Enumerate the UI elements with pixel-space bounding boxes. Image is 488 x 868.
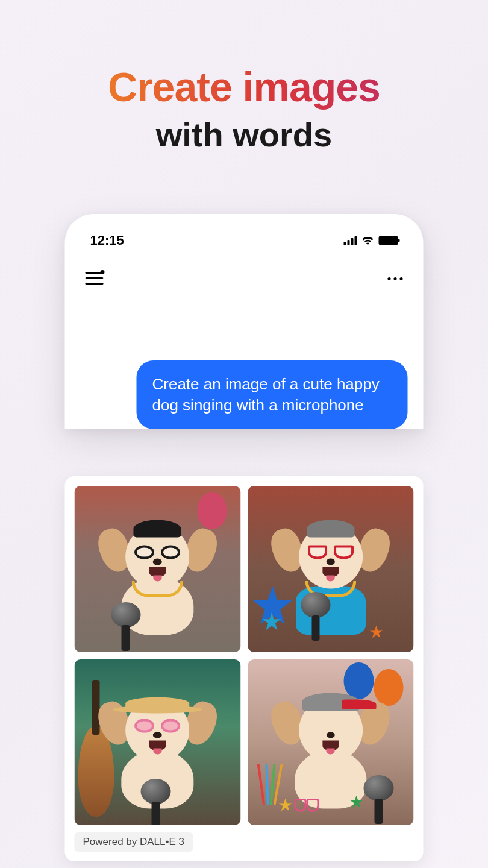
status-time: 12:15 xyxy=(90,233,124,248)
more-icon[interactable] xyxy=(388,277,403,280)
cellular-signal-icon xyxy=(344,236,357,245)
app-header xyxy=(65,250,424,297)
image-grid: ★★ xyxy=(75,486,414,825)
generated-image[interactable] xyxy=(75,659,241,826)
generated-image[interactable] xyxy=(75,486,241,652)
wifi-icon xyxy=(362,236,374,245)
generated-image[interactable]: ★★ xyxy=(248,486,414,652)
battery-icon xyxy=(379,236,398,245)
hero-subheadline: with words xyxy=(0,115,488,154)
hero-title: Create images with words xyxy=(0,0,488,154)
generated-image[interactable]: ★★ xyxy=(248,659,414,826)
hero-headline: Create images xyxy=(0,63,488,110)
chat-area: Create an image of a cute happy dog sing… xyxy=(65,297,424,429)
status-icons xyxy=(344,236,398,245)
generated-images-card: ★★ xyxy=(65,476,424,861)
phone-mockup: 12:15 Create an image of a cute happy do… xyxy=(65,214,424,429)
powered-by-label: Powered by DALL•E 3 xyxy=(75,832,193,852)
menu-icon[interactable] xyxy=(86,272,104,285)
status-bar: 12:15 xyxy=(65,231,424,250)
user-message-bubble: Create an image of a cute happy dog sing… xyxy=(137,360,408,429)
